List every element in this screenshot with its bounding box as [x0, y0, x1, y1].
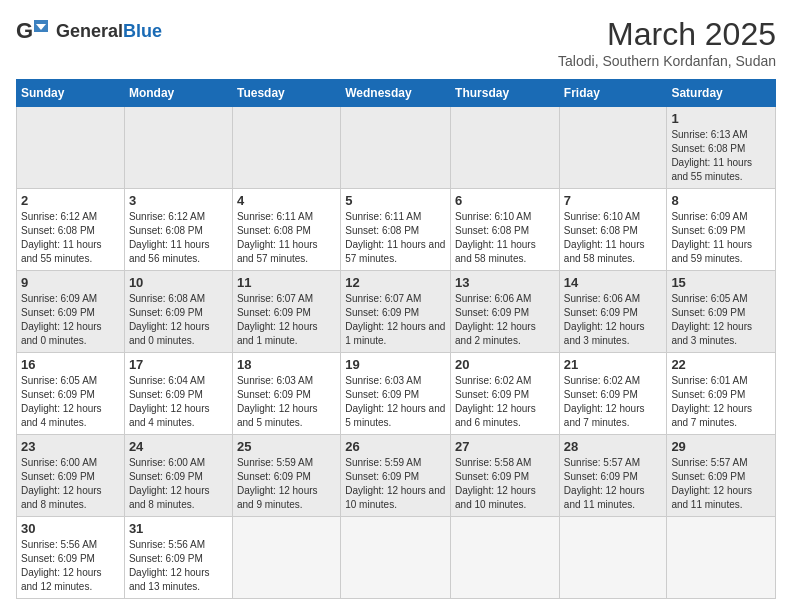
day-info: Sunrise: 6:10 AM Sunset: 6:08 PM Dayligh…	[564, 210, 663, 266]
calendar-cell: 14Sunrise: 6:06 AM Sunset: 6:09 PM Dayli…	[559, 271, 667, 353]
day-number: 23	[21, 439, 120, 454]
day-number: 10	[129, 275, 228, 290]
calendar-header-sunday: Sunday	[17, 80, 125, 107]
day-info: Sunrise: 5:57 AM Sunset: 6:09 PM Dayligh…	[564, 456, 663, 512]
day-info: Sunrise: 6:02 AM Sunset: 6:09 PM Dayligh…	[455, 374, 555, 430]
calendar-cell: 2Sunrise: 6:12 AM Sunset: 6:08 PM Daylig…	[17, 189, 125, 271]
day-info: Sunrise: 6:07 AM Sunset: 6:09 PM Dayligh…	[237, 292, 336, 348]
day-info: Sunrise: 6:11 AM Sunset: 6:08 PM Dayligh…	[237, 210, 336, 266]
day-info: Sunrise: 6:06 AM Sunset: 6:09 PM Dayligh…	[564, 292, 663, 348]
day-number: 20	[455, 357, 555, 372]
day-number: 18	[237, 357, 336, 372]
day-number: 12	[345, 275, 446, 290]
calendar-cell: 3Sunrise: 6:12 AM Sunset: 6:08 PM Daylig…	[124, 189, 232, 271]
calendar-header-friday: Friday	[559, 80, 667, 107]
calendar-cell: 26Sunrise: 5:59 AM Sunset: 6:09 PM Dayli…	[341, 435, 451, 517]
day-number: 29	[671, 439, 771, 454]
calendar-header-thursday: Thursday	[451, 80, 560, 107]
calendar-header-tuesday: Tuesday	[232, 80, 340, 107]
day-number: 17	[129, 357, 228, 372]
day-number: 11	[237, 275, 336, 290]
day-number: 22	[671, 357, 771, 372]
day-number: 31	[129, 521, 228, 536]
calendar-header-row: SundayMondayTuesdayWednesdayThursdayFrid…	[17, 80, 776, 107]
day-number: 21	[564, 357, 663, 372]
calendar-week-row: 23Sunrise: 6:00 AM Sunset: 6:09 PM Dayli…	[17, 435, 776, 517]
day-info: Sunrise: 6:08 AM Sunset: 6:09 PM Dayligh…	[129, 292, 228, 348]
day-info: Sunrise: 5:58 AM Sunset: 6:09 PM Dayligh…	[455, 456, 555, 512]
day-number: 15	[671, 275, 771, 290]
calendar-header-monday: Monday	[124, 80, 232, 107]
day-info: Sunrise: 6:05 AM Sunset: 6:09 PM Dayligh…	[21, 374, 120, 430]
calendar-cell	[667, 517, 776, 599]
calendar-cell: 11Sunrise: 6:07 AM Sunset: 6:09 PM Dayli…	[232, 271, 340, 353]
calendar-cell	[559, 517, 667, 599]
day-info: Sunrise: 5:57 AM Sunset: 6:09 PM Dayligh…	[671, 456, 771, 512]
calendar-cell: 17Sunrise: 6:04 AM Sunset: 6:09 PM Dayli…	[124, 353, 232, 435]
calendar-cell: 23Sunrise: 6:00 AM Sunset: 6:09 PM Dayli…	[17, 435, 125, 517]
location: Talodi, Southern Kordanfan, Sudan	[558, 53, 776, 69]
day-number: 8	[671, 193, 771, 208]
month-year: March 2025	[558, 16, 776, 53]
day-info: Sunrise: 6:12 AM Sunset: 6:08 PM Dayligh…	[129, 210, 228, 266]
day-info: Sunrise: 6:00 AM Sunset: 6:09 PM Dayligh…	[21, 456, 120, 512]
day-number: 28	[564, 439, 663, 454]
calendar-header-wednesday: Wednesday	[341, 80, 451, 107]
title-block: March 2025 Talodi, Southern Kordanfan, S…	[558, 16, 776, 69]
calendar-cell: 30Sunrise: 5:56 AM Sunset: 6:09 PM Dayli…	[17, 517, 125, 599]
calendar-week-row: 2Sunrise: 6:12 AM Sunset: 6:08 PM Daylig…	[17, 189, 776, 271]
calendar-cell	[341, 517, 451, 599]
day-info: Sunrise: 6:09 AM Sunset: 6:09 PM Dayligh…	[671, 210, 771, 266]
day-number: 2	[21, 193, 120, 208]
calendar-cell	[124, 107, 232, 189]
calendar-cell: 31Sunrise: 5:56 AM Sunset: 6:09 PM Dayli…	[124, 517, 232, 599]
svg-text:G: G	[16, 18, 33, 43]
day-number: 6	[455, 193, 555, 208]
day-info: Sunrise: 6:05 AM Sunset: 6:09 PM Dayligh…	[671, 292, 771, 348]
calendar-cell: 15Sunrise: 6:05 AM Sunset: 6:09 PM Dayli…	[667, 271, 776, 353]
day-info: Sunrise: 5:59 AM Sunset: 6:09 PM Dayligh…	[345, 456, 446, 512]
day-number: 14	[564, 275, 663, 290]
day-info: Sunrise: 6:09 AM Sunset: 6:09 PM Dayligh…	[21, 292, 120, 348]
calendar-cell: 12Sunrise: 6:07 AM Sunset: 6:09 PM Dayli…	[341, 271, 451, 353]
calendar: SundayMondayTuesdayWednesdayThursdayFrid…	[16, 79, 776, 599]
day-info: Sunrise: 6:13 AM Sunset: 6:08 PM Dayligh…	[671, 128, 771, 184]
calendar-cell	[559, 107, 667, 189]
day-info: Sunrise: 5:56 AM Sunset: 6:09 PM Dayligh…	[129, 538, 228, 594]
header: G GeneralBlue March 2025 Talodi, Souther…	[16, 16, 776, 69]
day-info: Sunrise: 5:56 AM Sunset: 6:09 PM Dayligh…	[21, 538, 120, 594]
calendar-cell: 6Sunrise: 6:10 AM Sunset: 6:08 PM Daylig…	[451, 189, 560, 271]
day-info: Sunrise: 6:07 AM Sunset: 6:09 PM Dayligh…	[345, 292, 446, 348]
calendar-cell	[451, 107, 560, 189]
calendar-cell: 10Sunrise: 6:08 AM Sunset: 6:09 PM Dayli…	[124, 271, 232, 353]
logo-text: GeneralBlue	[56, 21, 162, 42]
calendar-week-row: 1Sunrise: 6:13 AM Sunset: 6:08 PM Daylig…	[17, 107, 776, 189]
calendar-header-saturday: Saturday	[667, 80, 776, 107]
day-number: 24	[129, 439, 228, 454]
calendar-cell: 25Sunrise: 5:59 AM Sunset: 6:09 PM Dayli…	[232, 435, 340, 517]
calendar-cell	[17, 107, 125, 189]
day-info: Sunrise: 6:00 AM Sunset: 6:09 PM Dayligh…	[129, 456, 228, 512]
calendar-cell: 18Sunrise: 6:03 AM Sunset: 6:09 PM Dayli…	[232, 353, 340, 435]
day-info: Sunrise: 6:11 AM Sunset: 6:08 PM Dayligh…	[345, 210, 446, 266]
day-info: Sunrise: 6:02 AM Sunset: 6:09 PM Dayligh…	[564, 374, 663, 430]
day-number: 9	[21, 275, 120, 290]
calendar-cell: 5Sunrise: 6:11 AM Sunset: 6:08 PM Daylig…	[341, 189, 451, 271]
day-info: Sunrise: 6:06 AM Sunset: 6:09 PM Dayligh…	[455, 292, 555, 348]
calendar-cell: 20Sunrise: 6:02 AM Sunset: 6:09 PM Dayli…	[451, 353, 560, 435]
calendar-cell	[232, 107, 340, 189]
calendar-cell: 29Sunrise: 5:57 AM Sunset: 6:09 PM Dayli…	[667, 435, 776, 517]
calendar-cell: 24Sunrise: 6:00 AM Sunset: 6:09 PM Dayli…	[124, 435, 232, 517]
calendar-week-row: 9Sunrise: 6:09 AM Sunset: 6:09 PM Daylig…	[17, 271, 776, 353]
calendar-cell: 16Sunrise: 6:05 AM Sunset: 6:09 PM Dayli…	[17, 353, 125, 435]
day-info: Sunrise: 6:04 AM Sunset: 6:09 PM Dayligh…	[129, 374, 228, 430]
calendar-cell: 19Sunrise: 6:03 AM Sunset: 6:09 PM Dayli…	[341, 353, 451, 435]
calendar-cell: 13Sunrise: 6:06 AM Sunset: 6:09 PM Dayli…	[451, 271, 560, 353]
day-number: 27	[455, 439, 555, 454]
calendar-cell: 22Sunrise: 6:01 AM Sunset: 6:09 PM Dayli…	[667, 353, 776, 435]
calendar-cell: 8Sunrise: 6:09 AM Sunset: 6:09 PM Daylig…	[667, 189, 776, 271]
day-info: Sunrise: 6:12 AM Sunset: 6:08 PM Dayligh…	[21, 210, 120, 266]
day-number: 26	[345, 439, 446, 454]
logo: G GeneralBlue	[16, 16, 162, 46]
calendar-week-row: 30Sunrise: 5:56 AM Sunset: 6:09 PM Dayli…	[17, 517, 776, 599]
